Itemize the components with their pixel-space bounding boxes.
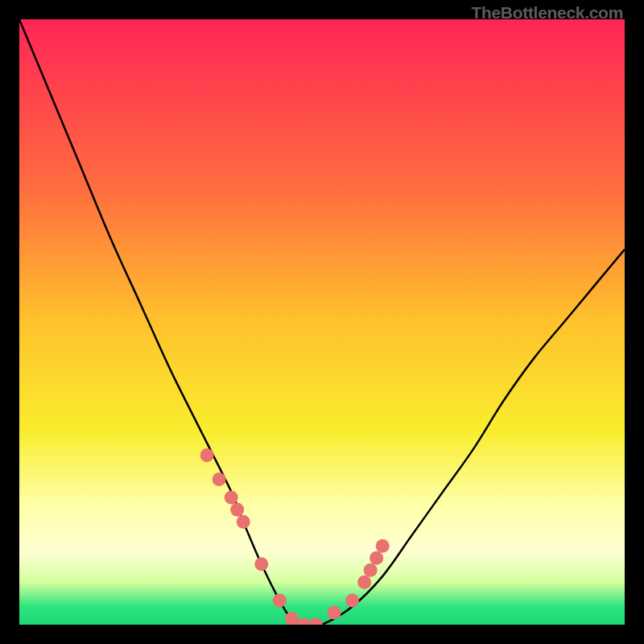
data-point [237,515,250,529]
data-point [213,473,226,486]
watermark-text: TheBottleneck.com [471,3,623,23]
chart-plot-area [19,19,625,625]
data-point [328,605,341,619]
data-point [376,539,390,553]
data-point [254,557,268,571]
gradient-background [19,19,625,625]
chart-svg [19,19,625,625]
data-point [364,564,378,577]
data-point [230,503,244,517]
data-point [200,448,214,462]
data-point [225,491,238,505]
data-point [357,576,371,589]
data-point [369,551,383,565]
data-point [345,593,359,607]
data-point [273,593,287,607]
